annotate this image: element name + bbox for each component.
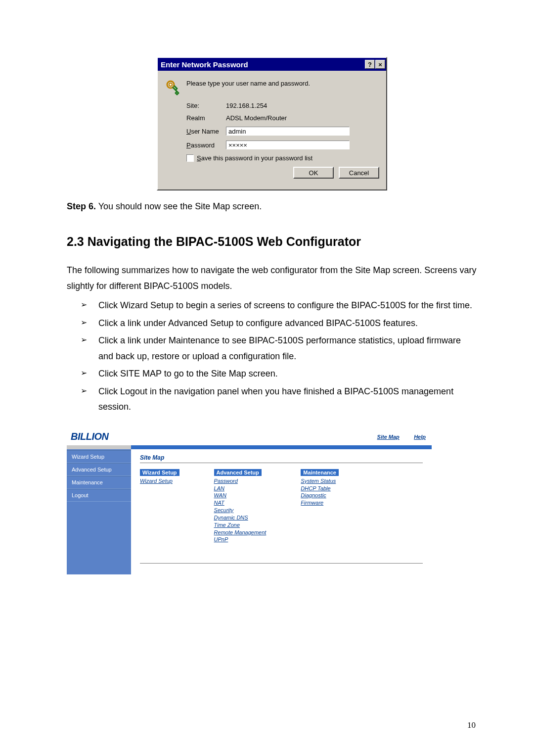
help-icon[interactable]: ? bbox=[365, 60, 375, 69]
sidebar-item-wizard-setup[interactable]: Wizard Setup bbox=[67, 450, 131, 463]
wizard-setup-header: Wizard Setup bbox=[140, 469, 179, 476]
intro-paragraph: The following summarizes how to navigate… bbox=[67, 263, 477, 294]
security-link[interactable]: Security bbox=[214, 507, 267, 514]
section-heading: 2.3 Navigating the BIPAC-5100S Web Confi… bbox=[67, 235, 477, 249]
sidebar-item-logout[interactable]: Logout bbox=[67, 489, 131, 502]
advanced-setup-column: Advanced Setup Password LAN WAN NAT Secu… bbox=[214, 469, 267, 544]
time-zone-link[interactable]: Time Zone bbox=[214, 521, 267, 529]
help-link[interactable]: Help bbox=[414, 434, 426, 440]
dialog-prompt: Please type your user name and password. bbox=[186, 78, 310, 87]
diagnostic-link[interactable]: Diagnostic bbox=[301, 492, 339, 499]
sidebar-nav: Wizard Setup Advanced Setup Maintenance … bbox=[67, 449, 131, 575]
lan-link[interactable]: LAN bbox=[214, 485, 267, 492]
sitemap-screenshot: BILLION Site Map Help Wizard Setup Advan… bbox=[67, 429, 432, 575]
remote-management-link[interactable]: Remote Management bbox=[214, 529, 267, 536]
wan-link[interactable]: WAN bbox=[214, 492, 267, 499]
page-number: 10 bbox=[467, 720, 476, 730]
upnp-link[interactable]: UPnP bbox=[214, 536, 267, 543]
list-item: Click Wizard Setup to begin a series of … bbox=[81, 298, 477, 314]
wizard-setup-column: Wizard Setup Wizard Setup bbox=[140, 469, 179, 544]
list-item: Click a link under Maintenance to see BI… bbox=[81, 333, 477, 364]
password-label: Password bbox=[186, 142, 226, 149]
list-item: Click a link under Advanced Setup to con… bbox=[81, 316, 477, 331]
dynamic-dns-link[interactable]: Dynamic DNS bbox=[214, 514, 267, 521]
nat-link[interactable]: NAT bbox=[214, 499, 267, 507]
username-input[interactable] bbox=[226, 127, 350, 136]
sidebar-item-advanced-setup[interactable]: Advanced Setup bbox=[67, 463, 131, 476]
firmware-link[interactable]: Firmware bbox=[301, 499, 339, 507]
site-map-link[interactable]: Site Map bbox=[377, 434, 400, 440]
billion-logo: BILLION bbox=[67, 429, 137, 445]
ok-button[interactable]: OK bbox=[293, 167, 334, 179]
password-link[interactable]: Password bbox=[214, 477, 267, 485]
realm-label: Realm bbox=[186, 114, 226, 122]
site-label: Site: bbox=[186, 102, 226, 109]
password-input[interactable] bbox=[226, 141, 350, 149]
sidebar-item-maintenance[interactable]: Maintenance bbox=[67, 476, 131, 489]
dialog-title: Enter Network Password bbox=[161, 60, 364, 69]
site-value: 192.168.1.254 bbox=[226, 102, 379, 109]
key-icon bbox=[165, 78, 186, 97]
svg-point-1 bbox=[169, 83, 172, 86]
realm-value: ADSL Modem/Router bbox=[226, 114, 379, 122]
close-icon[interactable]: × bbox=[375, 60, 385, 69]
maintenance-header: Maintenance bbox=[301, 469, 339, 476]
step-6-text: Step 6. You should now see the Site Map … bbox=[67, 200, 477, 213]
list-item: Click Logout in the navigation panel whe… bbox=[81, 384, 477, 415]
system-status-link[interactable]: System Status bbox=[301, 477, 339, 485]
dhcp-table-link[interactable]: DHCP Table bbox=[301, 485, 339, 492]
navigation-bullet-list: Click Wizard Setup to begin a series of … bbox=[81, 298, 477, 415]
username-label: User Name bbox=[186, 128, 226, 135]
list-item: Click SITE MAP to go to the Site Map scr… bbox=[81, 366, 477, 382]
cancel-button[interactable]: Cancel bbox=[339, 167, 379, 179]
content-title: Site Map bbox=[140, 454, 423, 461]
advanced-setup-header: Advanced Setup bbox=[214, 469, 262, 476]
save-password-checkbox[interactable] bbox=[186, 154, 194, 162]
wizard-setup-link[interactable]: Wizard Setup bbox=[140, 477, 179, 485]
maintenance-column: Maintenance System Status DHCP Table Dia… bbox=[301, 469, 339, 544]
dialog-titlebar: Enter Network Password ? × bbox=[158, 58, 386, 71]
save-password-label: Save this password in your password list bbox=[197, 154, 312, 162]
enter-network-password-dialog: Enter Network Password ? × Please type y… bbox=[157, 57, 387, 190]
